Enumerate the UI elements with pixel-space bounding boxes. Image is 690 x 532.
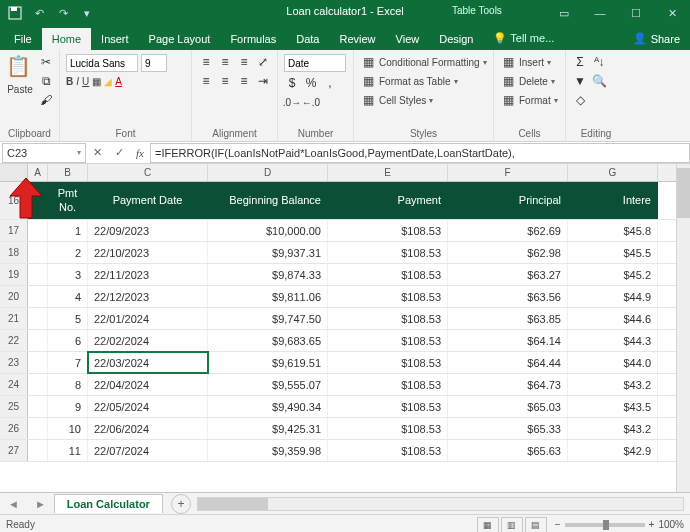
cell-payment[interactable]: $108.53 [328,440,448,461]
table-row[interactable]: 23722/03/2024$9,619.51$108.53$64.44$44.0 [0,352,690,374]
border-button[interactable]: ▦ [92,76,101,87]
cell-payment-date[interactable]: 22/04/2024 [88,374,208,395]
find-icon[interactable]: 🔍 [591,73,607,89]
cell-payment-date[interactable]: 22/01/2024 [88,308,208,329]
tab-data[interactable]: Data [286,28,329,50]
row-header[interactable]: 22 [0,330,28,351]
cell-interest[interactable]: $44.9 [568,286,658,307]
table-row[interactable]: 18222/10/2023$9,937.31$108.53$62.98$45.5 [0,242,690,264]
cell-principal[interactable]: $64.14 [448,330,568,351]
cell-payment-date[interactable]: 22/05/2024 [88,396,208,417]
tab-review[interactable]: Review [329,28,385,50]
ribbon-options-icon[interactable]: ▭ [546,0,582,26]
worksheet-grid[interactable]: 16 Pmt No. Payment Date Beginning Balanc… [0,182,690,492]
normal-view-icon[interactable]: ▦ [477,517,499,533]
maximize-icon[interactable]: ☐ [618,0,654,26]
tell-me[interactable]: 💡 Tell me... [483,27,564,50]
row-header[interactable]: 26 [0,418,28,439]
cut-icon[interactable]: ✂ [38,54,54,70]
italic-button[interactable]: I [76,76,79,87]
hscroll-thumb[interactable] [198,498,268,510]
table-row[interactable]: 19322/11/2023$9,874.33$108.53$63.27$45.2 [0,264,690,286]
decrease-decimal-icon[interactable]: ←.0 [303,94,319,110]
comma-icon[interactable]: , [322,75,338,91]
sheet-nav-prev-icon[interactable]: ◄ [0,498,27,510]
cell-interest[interactable]: $43.5 [568,396,658,417]
col-header-d[interactable]: D [208,164,328,181]
fill-icon[interactable]: ▼ [572,73,588,89]
row-header[interactable]: 25 [0,396,28,417]
align-middle-icon[interactable]: ≡ [217,54,233,70]
cell-principal[interactable]: $64.73 [448,374,568,395]
cell-principal[interactable]: $62.98 [448,242,568,263]
cell-interest[interactable]: $44.3 [568,330,658,351]
number-format-select[interactable] [284,54,346,72]
col-header-b[interactable]: B [48,164,88,181]
zoom-in-button[interactable]: + [649,519,655,530]
cell-interest[interactable]: $42.9 [568,440,658,461]
table-row[interactable]: 271122/07/2024$9,359.98$108.53$65.63$42.… [0,440,690,462]
copy-icon[interactable]: ⧉ [38,73,54,89]
cell-beginning-balance[interactable]: $9,619.51 [208,352,328,373]
cell-payment[interactable]: $108.53 [328,396,448,417]
cell-beginning-balance[interactable]: $9,747.50 [208,308,328,329]
align-bottom-icon[interactable]: ≡ [236,54,252,70]
cell-principal[interactable]: $63.56 [448,286,568,307]
page-layout-view-icon[interactable]: ▥ [501,517,523,533]
cell-principal[interactable]: $62.69 [448,220,568,241]
cell-payment[interactable]: $108.53 [328,220,448,241]
cell-beginning-balance[interactable]: $9,683.65 [208,330,328,351]
new-sheet-button[interactable]: + [171,494,191,514]
cell-principal[interactable]: $65.33 [448,418,568,439]
cell-interest[interactable]: $44.0 [568,352,658,373]
sort-filter-icon[interactable]: ᴬ↓ [591,54,607,70]
col-header-c[interactable]: C [88,164,208,181]
cell-interest[interactable]: $45.5 [568,242,658,263]
bold-button[interactable]: B [66,76,73,87]
align-right-icon[interactable]: ≡ [236,73,252,89]
tab-page-layout[interactable]: Page Layout [139,28,221,50]
percent-icon[interactable]: % [303,75,319,91]
table-row[interactable]: 22622/02/2024$9,683.65$108.53$64.14$44.3 [0,330,690,352]
cell-payment[interactable]: $108.53 [328,308,448,329]
cell-payment-date[interactable]: 22/03/2024 [88,352,208,373]
clear-icon[interactable]: ◇ [572,92,588,108]
col-header-g[interactable]: G [568,164,658,181]
underline-button[interactable]: U [82,76,89,87]
table-row[interactable]: 21522/01/2024$9,747.50$108.53$63.85$44.6 [0,308,690,330]
cell-interest[interactable]: $45.2 [568,264,658,285]
cell-pmt-no[interactable]: 7 [48,352,88,373]
cell-principal[interactable]: $63.27 [448,264,568,285]
save-icon[interactable] [6,4,24,22]
row-header[interactable]: 20 [0,286,28,307]
tab-insert[interactable]: Insert [91,28,139,50]
font-color-button[interactable]: A [115,76,122,87]
cell-interest[interactable]: $45.8 [568,220,658,241]
col-header-f[interactable]: F [448,164,568,181]
row-header[interactable]: 24 [0,374,28,395]
increase-decimal-icon[interactable]: .0→ [284,94,300,110]
cell-pmt-no[interactable]: 11 [48,440,88,461]
table-row[interactable]: 20422/12/2023$9,811.06$108.53$63.56$44.9 [0,286,690,308]
cell-beginning-balance[interactable]: $9,937.31 [208,242,328,263]
row-header[interactable]: 18 [0,242,28,263]
cell-beginning-balance[interactable]: $9,874.33 [208,264,328,285]
cell-pmt-no[interactable]: 9 [48,396,88,417]
redo-icon[interactable]: ↷ [54,4,72,22]
cell-payment[interactable]: $108.53 [328,418,448,439]
cell-pmt-no[interactable]: 6 [48,330,88,351]
indent-icon[interactable]: ⇥ [255,73,271,89]
align-left-icon[interactable]: ≡ [198,73,214,89]
cell-interest[interactable]: $43.2 [568,418,658,439]
col-header-e[interactable]: E [328,164,448,181]
row-header[interactable]: 19 [0,264,28,285]
cell-interest[interactable]: $44.6 [568,308,658,329]
tab-design[interactable]: Design [429,28,483,50]
tab-file[interactable]: File [4,28,42,50]
sheet-tab-active[interactable]: Loan Calculator [54,494,163,513]
zoom-out-button[interactable]: − [555,519,561,530]
currency-icon[interactable]: $ [284,75,300,91]
cell-beginning-balance[interactable]: $9,811.06 [208,286,328,307]
cell-pmt-no[interactable]: 8 [48,374,88,395]
autosum-icon[interactable]: Σ [572,54,588,70]
